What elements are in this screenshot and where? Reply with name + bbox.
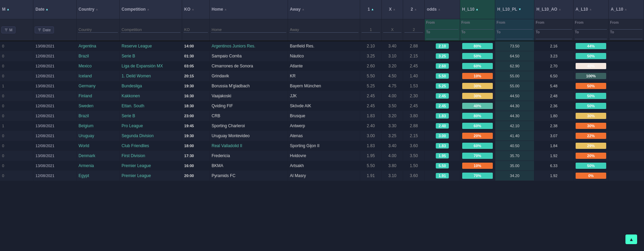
filter-al10x-from[interactable]: [610, 25, 642, 30]
competition-value[interactable]: Club Friendlies: [122, 143, 149, 148]
c1-value: 5.50: [367, 74, 375, 78]
country-value[interactable]: Mexico: [79, 64, 92, 68]
col-1[interactable]: 1▲: [360, 0, 382, 19]
m-value: 0: [2, 114, 4, 118]
filter-hl10ao-to[interactable]: [536, 35, 572, 39]
country-value[interactable]: Denmark: [79, 153, 96, 158]
col-ko[interactable]: KO▲: [182, 0, 210, 19]
competition-value[interactable]: Premier League: [122, 173, 151, 178]
country-value[interactable]: Armenia: [79, 163, 94, 168]
filter-odds-to[interactable]: [426, 35, 458, 39]
filter-away-input[interactable]: [289, 27, 359, 33]
table-body: 013/08/2021ArgentinaReserve League14:00A…: [0, 41, 644, 181]
country-value[interactable]: Egypt: [79, 173, 89, 178]
country-value[interactable]: Belgium: [79, 123, 93, 128]
filter-ko-input[interactable]: [184, 27, 208, 33]
filter-date-button[interactable]: Date: [35, 26, 54, 33]
home-value: Cimarrones de Sonora: [212, 64, 253, 68]
col-al10[interactable]: A_L10▲: [573, 0, 609, 19]
home-value: Fredericia: [212, 153, 230, 158]
away-value: Skövde AIK: [290, 103, 311, 108]
filter-hl10pl-from[interactable]: [497, 25, 533, 30]
col-country[interactable]: Country▲: [76, 0, 119, 19]
home-value: Uruguay Montevideo: [212, 133, 250, 138]
col-hl10ao[interactable]: H_L10_AO▲: [534, 0, 573, 19]
filter-hl10-to[interactable]: [462, 35, 494, 39]
cx-value: 3.20: [388, 64, 396, 68]
c2-value: 1.50: [410, 163, 418, 168]
competition-value[interactable]: Serie B: [122, 54, 135, 58]
filter-odds-from[interactable]: [426, 25, 458, 30]
col-home[interactable]: Home▲: [209, 0, 288, 19]
hl10ao-val: 1.84: [550, 144, 557, 148]
date-value: 13/08/2021: [35, 154, 54, 158]
filter-ko: [182, 19, 210, 41]
filter-cx-input[interactable]: [383, 27, 402, 33]
col-2[interactable]: 2▲: [403, 0, 425, 19]
m-value: 0: [2, 94, 4, 98]
competition-value[interactable]: 1. Deild Women: [122, 74, 151, 78]
filter-competition-input[interactable]: [121, 27, 180, 33]
country-value[interactable]: Uruguay: [79, 133, 94, 138]
home-value: Grindavik: [212, 74, 229, 78]
col-competition[interactable]: Competition▲: [119, 0, 182, 19]
competition-value[interactable]: First Division: [122, 153, 145, 158]
competition-value[interactable]: Kakkonen: [122, 94, 140, 98]
col-date[interactable]: Date▲: [33, 0, 76, 19]
al10-pct: 30%: [576, 113, 607, 119]
col-m[interactable]: M▲: [0, 0, 33, 19]
filter-hl10pl: From To: [495, 19, 534, 41]
filter-al10-to[interactable]: [575, 35, 607, 39]
competition-value[interactable]: Serie B: [122, 113, 135, 118]
competition-value[interactable]: Pro League: [122, 123, 143, 128]
hl10ao-val: 6.50: [550, 74, 557, 78]
competition-value[interactable]: Liga de Expansión MX: [122, 64, 163, 68]
col-x[interactable]: X▲: [381, 0, 403, 19]
competition-value[interactable]: Reserve League: [122, 44, 152, 48]
hl10-pct: 70%: [462, 173, 493, 179]
col-away[interactable]: Away▲: [288, 0, 360, 19]
date-value: 12/08/2021: [35, 144, 54, 148]
date-value: 12/08/2021: [35, 104, 54, 108]
country-value[interactable]: Sweden: [79, 103, 93, 108]
country-value[interactable]: World: [79, 143, 89, 148]
competition-value[interactable]: Segunda Division: [122, 133, 154, 138]
competition-value[interactable]: Premier League: [122, 163, 151, 168]
country-value[interactable]: Iceland: [79, 74, 92, 78]
country-value[interactable]: Germany: [79, 84, 96, 88]
competition-value[interactable]: Bundesliga: [122, 84, 142, 88]
filter-home-input[interactable]: [211, 27, 286, 33]
hl10-pct: 50%: [462, 53, 493, 59]
filter-al10x-to[interactable]: [610, 35, 642, 39]
odds-badge: 1.91: [436, 173, 449, 178]
filter-hl10-from[interactable]: [462, 25, 494, 30]
country-value[interactable]: Argentina: [79, 44, 96, 48]
filter-hl10pl-to[interactable]: [497, 35, 533, 39]
country-value[interactable]: Brazil: [79, 54, 89, 58]
filter-country-input[interactable]: [78, 27, 118, 33]
filter-c1-input[interactable]: [362, 27, 380, 33]
c1-value: 2.45: [367, 103, 375, 108]
cx-value: 3.30: [388, 123, 396, 128]
col-hl10[interactable]: H_L10▲: [460, 0, 495, 19]
filter-hl10ao-from[interactable]: [536, 25, 572, 30]
c2-value: 3.60: [410, 143, 418, 148]
filter-m-button[interactable]: M: [1, 26, 15, 33]
col-odds[interactable]: odds▲: [425, 0, 460, 19]
col-al10x[interactable]: A_L10▲: [609, 0, 644, 19]
date-value: 12/08/2021: [35, 74, 54, 78]
country-value[interactable]: Finland: [79, 94, 92, 98]
m-value: 0: [2, 64, 4, 68]
filter-al10-from[interactable]: [575, 25, 607, 30]
hl10ao-val: 3.23: [550, 54, 557, 58]
odds-badge: 2.60: [436, 63, 449, 69]
competition-value[interactable]: Ettan. South: [122, 103, 144, 108]
filter-c2-input[interactable]: [404, 27, 423, 33]
country-value[interactable]: Brazil: [79, 113, 89, 118]
c2-value: 1.40: [410, 74, 418, 78]
c1-value: 1.91: [367, 173, 375, 178]
m-value: 0: [2, 174, 4, 178]
c1-value: 3.25: [367, 54, 375, 58]
col-hl10pl[interactable]: H_L10_PL▼: [495, 0, 534, 19]
m-value: 0: [2, 144, 4, 148]
